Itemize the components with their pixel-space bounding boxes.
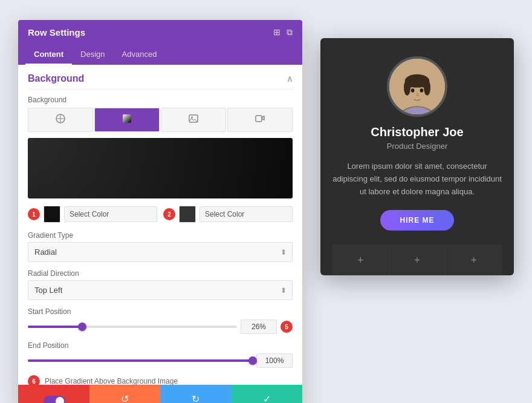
gradient-above-label: Place Gradient Above Background Image [45, 377, 178, 385]
bg-label: Background [28, 96, 293, 104]
save-button[interactable]: ✓ [232, 385, 303, 403]
collapse-icon[interactable]: ⧉ [287, 27, 293, 38]
end-position-track-wrap [28, 359, 253, 362]
bg-type-row [28, 108, 293, 132]
panel-tabs: Content Design Advanced [18, 45, 302, 65]
bg-preview [28, 138, 293, 198]
section-collapse-icon[interactable]: ∧ [287, 74, 293, 84]
svg-point-14 [191, 117, 193, 119]
row-settings-panel: Row Settings ⊞ ⧉ Content Design Advanced… [18, 20, 302, 403]
bg-type-image[interactable] [161, 108, 226, 132]
avatar [387, 56, 447, 117]
avatar-wrap [332, 56, 502, 117]
end-position-header: End Position [28, 341, 293, 350]
toggle-track[interactable] [44, 396, 65, 403]
profile-card: Christopher Joe Product Designer Lorem i… [320, 38, 514, 275]
badge-5: 5 [281, 321, 293, 333]
tab-advanced[interactable]: Advanced [114, 45, 166, 65]
add-cell-2[interactable]: + [389, 246, 446, 275]
end-position-thumb[interactable] [248, 356, 257, 365]
start-position-track-wrap [28, 326, 237, 328]
panel-title: Row Settings [28, 27, 85, 38]
end-position-track [28, 359, 253, 362]
start-position-thumb[interactable] [78, 323, 86, 331]
gradient-type-wrapper: Radial Linear Conic [28, 242, 293, 262]
badge-2: 2 [163, 208, 175, 220]
add-cell-3[interactable]: + [446, 246, 502, 275]
hire-button[interactable]: HIRE ME [380, 210, 453, 231]
section-title: Background ∧ [28, 73, 293, 90]
bg-type-video[interactable] [227, 108, 293, 132]
start-position-row: Start Position 26% 5 [28, 307, 293, 334]
gradient-type-select[interactable]: Radial Linear Conic [28, 242, 293, 262]
color-swatch-2[interactable] [179, 206, 196, 223]
start-position-label: Start Position [28, 307, 71, 316]
profile-bio: Lorem ipsum dolor sit amet, consectetur … [332, 160, 502, 198]
svg-rect-15 [256, 116, 262, 122]
reset-button[interactable]: ↺ [89, 385, 161, 403]
end-position-fill [28, 359, 253, 362]
radial-direction-label: Radial Direction [28, 269, 293, 278]
panel-header: Row Settings ⊞ ⧉ [18, 20, 302, 45]
end-position-value[interactable]: 100% [256, 353, 293, 368]
fullscreen-icon[interactable]: ⊞ [273, 27, 281, 38]
toggle-thumb [56, 397, 64, 403]
section-title-text: Background [28, 73, 84, 84]
profile-title: Product Designer [332, 142, 502, 151]
start-position-track [28, 326, 237, 328]
svg-point-7 [424, 80, 430, 96]
gradient-type-label: Gradient Type [28, 231, 293, 240]
tab-design[interactable]: Design [72, 45, 113, 65]
start-position-value[interactable]: 26% [241, 319, 277, 334]
color-swatch-1[interactable] [44, 206, 60, 223]
end-position-label: End Position [28, 341, 68, 350]
color-label-1[interactable]: Select Color [64, 206, 157, 222]
end-position-row: End Position 100% [28, 341, 293, 368]
profile-add-row: + + + [332, 245, 502, 275]
start-position-fill [28, 326, 82, 328]
end-position-slider-row: 100% [28, 353, 293, 368]
color-label-2[interactable]: Select Color [199, 206, 293, 222]
redo-button[interactable]: ↻ [160, 385, 232, 403]
svg-point-9 [420, 88, 424, 92]
tab-content[interactable]: Content [25, 45, 72, 65]
color-picker-2: 2 Select Color [163, 206, 293, 223]
panel-body: Background ∧ Background [18, 65, 302, 379]
panel-header-icons: ⊞ ⧉ [273, 27, 293, 38]
bg-type-color[interactable] [28, 108, 93, 132]
color-row: 1 Select Color 2 Select Color [28, 206, 293, 223]
svg-point-6 [404, 80, 410, 96]
svg-point-10 [401, 96, 410, 102]
profile-name: Christopher Joe [332, 125, 502, 139]
badge-1: 1 [28, 208, 40, 220]
radial-direction-select[interactable]: Top Left Top Right Center Bottom Left Bo… [28, 280, 293, 300]
start-position-slider-row: 26% 5 [28, 319, 293, 334]
bg-type-gradient[interactable] [94, 108, 160, 132]
svg-point-8 [411, 88, 415, 92]
add-cell-1[interactable]: + [332, 246, 389, 275]
svg-rect-12 [123, 114, 131, 123]
color-picker-1: 1 Select Color [28, 206, 157, 223]
radial-direction-wrapper: Top Left Top Right Center Bottom Left Bo… [28, 280, 293, 300]
start-position-header: Start Position [28, 307, 293, 316]
